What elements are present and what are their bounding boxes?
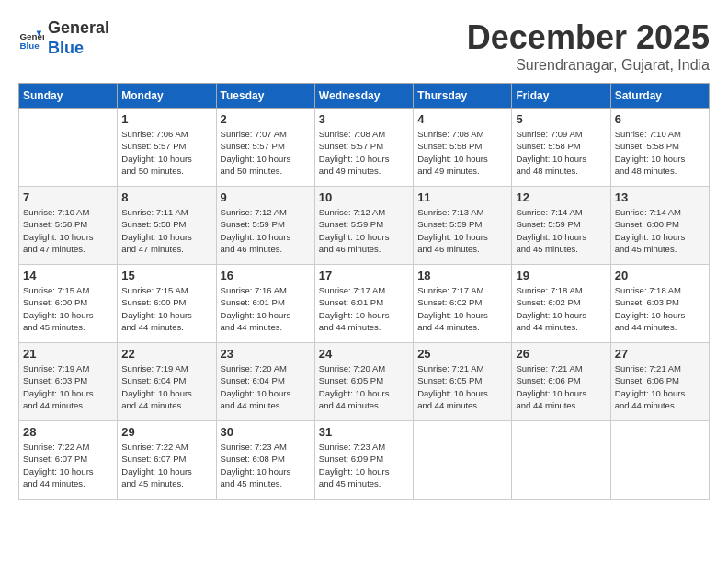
day-number: 6 [615,112,705,126]
calendar-cell: 3Sunrise: 7:08 AM Sunset: 5:57 PM Daylig… [314,109,413,187]
day-info: Sunrise: 7:22 AM Sunset: 6:07 PM Dayligh… [23,441,113,489]
logo-icon: General Blue [18,26,44,52]
calendar-week-row: 21Sunrise: 7:19 AM Sunset: 6:03 PM Dayli… [19,343,710,421]
day-info: Sunrise: 7:09 AM Sunset: 5:58 PM Dayligh… [516,128,606,177]
day-info: Sunrise: 7:15 AM Sunset: 6:00 PM Dayligh… [23,284,113,333]
calendar-cell: 19Sunrise: 7:18 AM Sunset: 6:02 PM Dayli… [512,265,610,343]
calendar-cell: 10Sunrise: 7:12 AM Sunset: 5:59 PM Dayli… [314,187,413,265]
day-number: 22 [121,347,211,361]
day-number: 19 [516,269,606,282]
calendar-cell: 4Sunrise: 7:08 AM Sunset: 5:58 PM Daylig… [414,109,512,187]
day-info: Sunrise: 7:20 AM Sunset: 6:04 PM Dayligh… [221,362,311,411]
calendar-cell: 27Sunrise: 7:21 AM Sunset: 6:06 PM Dayli… [610,343,709,421]
location: Surendranagar, Gujarat, India [467,57,710,74]
calendar-cell: 6Sunrise: 7:10 AM Sunset: 5:58 PM Daylig… [610,109,709,187]
calendar-cell: 22Sunrise: 7:19 AM Sunset: 6:04 PM Dayli… [118,343,216,421]
day-number: 16 [221,269,311,282]
day-info: Sunrise: 7:08 AM Sunset: 5:57 PM Dayligh… [319,128,409,177]
day-number: 12 [516,190,606,204]
calendar-cell: 24Sunrise: 7:20 AM Sunset: 6:05 PM Dayli… [314,343,413,421]
calendar-week-row: 14Sunrise: 7:15 AM Sunset: 6:00 PM Dayli… [19,265,710,343]
calendar-cell: 5Sunrise: 7:09 AM Sunset: 5:58 PM Daylig… [512,109,610,187]
day-number: 3 [319,112,409,126]
svg-text:Blue: Blue [19,40,40,51]
day-info: Sunrise: 7:16 AM Sunset: 6:01 PM Dayligh… [221,284,311,333]
calendar-cell: 21Sunrise: 7:19 AM Sunset: 6:03 PM Dayli… [19,343,118,421]
header-cell-friday: Friday [512,84,610,109]
day-info: Sunrise: 7:20 AM Sunset: 6:05 PM Dayligh… [319,362,409,411]
day-number: 4 [417,112,507,126]
day-number: 18 [417,269,507,282]
day-info: Sunrise: 7:21 AM Sunset: 6:06 PM Dayligh… [615,362,705,411]
day-number: 5 [516,112,606,126]
day-info: Sunrise: 7:18 AM Sunset: 6:03 PM Dayligh… [615,284,705,333]
calendar-cell: 31Sunrise: 7:23 AM Sunset: 6:09 PM Dayli… [314,421,413,500]
day-number: 10 [319,190,409,204]
calendar-week-row: 1Sunrise: 7:06 AM Sunset: 5:57 PM Daylig… [19,109,710,187]
day-number: 15 [121,269,211,282]
day-number: 24 [319,347,409,361]
day-info: Sunrise: 7:21 AM Sunset: 6:06 PM Dayligh… [516,362,606,411]
calendar-cell: 25Sunrise: 7:21 AM Sunset: 6:05 PM Dayli… [414,343,512,421]
day-number: 17 [319,269,409,282]
header-cell-monday: Monday [118,84,216,109]
day-info: Sunrise: 7:06 AM Sunset: 5:57 PM Dayligh… [121,128,211,177]
day-number: 30 [221,425,311,439]
calendar-cell: 17Sunrise: 7:17 AM Sunset: 6:01 PM Dayli… [314,265,413,343]
header-cell-saturday: Saturday [610,84,709,109]
calendar-cell: 15Sunrise: 7:15 AM Sunset: 6:00 PM Dayli… [118,265,216,343]
calendar-cell: 14Sunrise: 7:15 AM Sunset: 6:00 PM Dayli… [19,265,118,343]
day-number: 29 [121,425,211,439]
day-info: Sunrise: 7:14 AM Sunset: 5:59 PM Dayligh… [516,206,606,255]
header-cell-wednesday: Wednesday [314,84,413,109]
day-info: Sunrise: 7:07 AM Sunset: 5:57 PM Dayligh… [221,128,311,177]
day-number: 8 [121,190,211,204]
day-info: Sunrise: 7:14 AM Sunset: 6:00 PM Dayligh… [615,206,705,255]
day-number: 13 [615,190,705,204]
calendar-cell: 8Sunrise: 7:11 AM Sunset: 5:58 PM Daylig… [118,187,216,265]
logo: General Blue General Blue [18,18,109,58]
logo-text: General Blue [48,18,109,58]
calendar-cell: 12Sunrise: 7:14 AM Sunset: 5:59 PM Dayli… [512,187,610,265]
calendar-week-row: 28Sunrise: 7:22 AM Sunset: 6:07 PM Dayli… [19,421,710,500]
day-info: Sunrise: 7:08 AM Sunset: 5:58 PM Dayligh… [417,128,507,177]
day-number: 2 [221,112,311,126]
day-info: Sunrise: 7:19 AM Sunset: 6:03 PM Dayligh… [23,362,113,411]
calendar-cell: 26Sunrise: 7:21 AM Sunset: 6:06 PM Dayli… [512,343,610,421]
day-number: 28 [23,425,113,439]
day-number: 20 [615,269,705,282]
day-info: Sunrise: 7:13 AM Sunset: 5:59 PM Dayligh… [417,206,507,255]
logo-line2: Blue [48,39,109,59]
calendar-cell [19,109,118,187]
calendar-cell: 9Sunrise: 7:12 AM Sunset: 5:59 PM Daylig… [216,187,314,265]
day-number: 27 [615,347,705,361]
day-number: 14 [23,269,113,282]
header-cell-thursday: Thursday [414,84,512,109]
month-title: December 2025 [467,18,710,57]
calendar-cell [414,421,512,500]
day-info: Sunrise: 7:19 AM Sunset: 6:04 PM Dayligh… [121,362,211,411]
calendar-header-row: SundayMondayTuesdayWednesdayThursdayFrid… [19,84,710,109]
day-number: 31 [319,425,409,439]
day-info: Sunrise: 7:23 AM Sunset: 6:08 PM Dayligh… [221,441,311,489]
calendar-cell: 23Sunrise: 7:20 AM Sunset: 6:04 PM Dayli… [216,343,314,421]
day-info: Sunrise: 7:23 AM Sunset: 6:09 PM Dayligh… [319,441,409,489]
calendar-cell: 16Sunrise: 7:16 AM Sunset: 6:01 PM Dayli… [216,265,314,343]
calendar-week-row: 7Sunrise: 7:10 AM Sunset: 5:58 PM Daylig… [19,187,710,265]
day-info: Sunrise: 7:21 AM Sunset: 6:05 PM Dayligh… [417,362,507,411]
calendar-cell: 28Sunrise: 7:22 AM Sunset: 6:07 PM Dayli… [19,421,118,500]
day-info: Sunrise: 7:11 AM Sunset: 5:58 PM Dayligh… [121,206,211,255]
calendar-cell: 20Sunrise: 7:18 AM Sunset: 6:03 PM Dayli… [610,265,709,343]
calendar-cell [610,421,709,500]
day-info: Sunrise: 7:15 AM Sunset: 6:00 PM Dayligh… [121,284,211,333]
calendar-cell: 7Sunrise: 7:10 AM Sunset: 5:58 PM Daylig… [19,187,118,265]
day-info: Sunrise: 7:10 AM Sunset: 5:58 PM Dayligh… [615,128,705,177]
day-info: Sunrise: 7:18 AM Sunset: 6:02 PM Dayligh… [516,284,606,333]
calendar-cell: 13Sunrise: 7:14 AM Sunset: 6:00 PM Dayli… [610,187,709,265]
day-number: 9 [221,190,311,204]
day-number: 23 [221,347,311,361]
day-number: 7 [23,190,113,204]
day-number: 26 [516,347,606,361]
day-number: 1 [121,112,211,126]
day-info: Sunrise: 7:12 AM Sunset: 5:59 PM Dayligh… [221,206,311,255]
